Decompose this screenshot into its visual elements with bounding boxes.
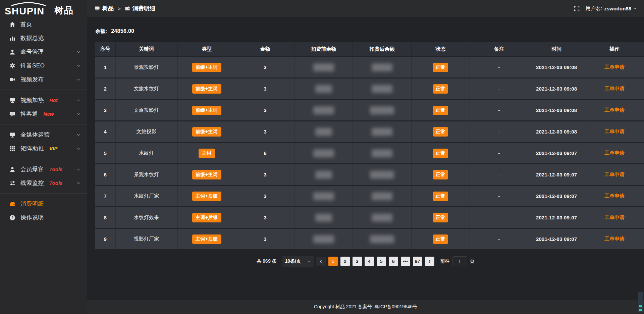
page-button-5[interactable]: 5 [377,257,386,266]
cell-type: 主词+后缀 [178,186,236,207]
cell-time: 2021-12-03 09:08 [528,121,585,143]
cell-amount: 6 [236,143,294,164]
page-button-97[interactable]: 97 [413,257,422,266]
cell-keyword: 文旅投影 [116,121,178,143]
page-button-3[interactable]: 3 [353,257,362,266]
cell-balance-after [353,207,411,229]
cell-status: 正常 [412,186,470,207]
sidebar-item-member-baoke[interactable]: 会员爆客Tools [0,162,87,176]
cell-keyword: 景观水纹灯 [116,164,178,186]
cell-keyword: 水纹灯效果 [116,207,178,229]
monitor-small-icon [95,6,100,11]
cell-type: 前缀+主词 [178,121,236,143]
cell-balance-before [294,143,353,164]
copyright-text: Copyright 树品 2021 备案号: 粤ICP备09019646号 [314,304,417,310]
app-logo[interactable]: SHUPIN 树品 [0,0,87,17]
sidebar-item-video-heat[interactable]: 视频加热Hot [0,93,87,107]
ellipsis-button[interactable]: ••• [401,257,410,266]
chevron-down-icon [633,7,637,10]
cell-note: - [470,186,528,207]
column-header-7: 备注 [470,42,528,57]
user-menu[interactable]: 用户名: zswodun88 [586,5,637,12]
page-size-select[interactable]: 10条/页 [282,256,314,267]
floating-widget[interactable] [638,292,643,312]
sidebar-item-account-manage[interactable]: 账号管理 [0,45,87,59]
next-page-button[interactable]: › [425,257,434,266]
page-button-4[interactable]: 4 [365,257,374,266]
table-row: 7水纹灯厂家主词+后缀3正常-2021-12-03 09:07工单申请 [95,186,644,207]
user-label: 用户名: [586,5,602,12]
cell-action: 工单申请 [585,57,644,78]
work-order-link[interactable]: 工单申请 [604,193,625,199]
consumption-table: 序号关键词类型金额扣费前余额扣费后余额状态备注时间操作 1景观投影灯前缀+主词3… [95,42,644,250]
work-order-link[interactable]: 工单申请 [604,128,625,134]
cell-balance-after [353,78,411,100]
page-button-2[interactable]: 2 [340,257,350,266]
work-order-link[interactable]: 工单申请 [604,236,625,242]
breadcrumb: 树品 > 消费明细 [95,5,155,12]
status-badge: 正常 [433,213,448,222]
chevron-down-icon [76,98,80,102]
cell-amount: 3 [236,121,294,143]
breadcrumb-item-consumption[interactable]: 消费明细 [125,5,155,12]
column-header-4: 扣费前余额 [294,42,353,57]
masked-value [315,85,332,93]
cell-index: 9 [95,229,116,250]
breadcrumb-item-shupin[interactable]: 树品 [95,5,114,12]
goto-page-input[interactable] [452,256,467,266]
cell-status: 正常 [412,78,470,100]
masked-value [372,128,392,136]
chevron-down-icon [76,181,80,185]
page-button-1[interactable]: 1 [328,257,338,266]
cell-time: 2021-12-03 09:08 [528,57,585,78]
sidebar-item-douyin-seo[interactable]: 抖音SEO [0,59,87,72]
masked-value [372,214,392,222]
sidebar-item-instructions[interactable]: ?操作说明 [0,211,87,224]
table-row: 5水纹灯主词6正常-2021-12-03 09:07工单申请 [95,143,644,164]
sidebar-item-douketong[interactable]: 抖客通New [0,107,87,121]
work-order-link[interactable]: 工单申请 [604,107,625,113]
type-badge: 前缀+主词 [192,84,221,94]
work-order-link[interactable]: 工单申请 [604,150,625,156]
user-icon [9,166,15,172]
total-count: 共 969 条 [257,258,276,264]
cell-note: - [470,57,528,78]
fullscreen-icon[interactable] [574,6,580,11]
cell-keyword: 水纹灯厂家 [116,186,178,207]
user-name: zswodun88 [604,6,631,11]
cell-balance-after [353,121,411,143]
cell-status: 正常 [412,207,470,229]
logo-text-cn: 树品 [54,6,74,16]
cell-action: 工单申请 [585,164,644,186]
masked-value [370,106,394,114]
cell-status: 正常 [412,121,470,143]
sidebar-item-label: 矩阵助推 [20,145,44,152]
chat-icon [9,111,15,117]
chevron-down-icon [76,64,80,68]
sidebar-item-consumption-detail[interactable]: 消费明细 [0,197,87,211]
status-badge: 正常 [433,234,448,244]
balance: 余额: 24856.00 [95,28,636,35]
sidebar-item-matrix-boost[interactable]: 矩阵助推VIP [0,142,87,155]
cell-type: 前缀+主词 [178,57,236,78]
page-button-6[interactable]: 6 [389,257,398,266]
work-order-link[interactable]: 工单申请 [604,214,625,220]
cell-index: 2 [95,78,116,100]
sidebar-item-data-overview[interactable]: 数据总览 [0,31,87,45]
work-order-link[interactable]: 工单申请 [604,171,625,177]
work-order-link[interactable]: 工单申请 [604,64,625,70]
work-order-link[interactable]: 工单申请 [604,86,625,91]
sidebar-item-home[interactable]: 首页 [0,17,87,31]
sidebar-item-video-publish[interactable]: 视频发布 [0,72,87,86]
cell-action: 工单申请 [585,121,644,143]
cell-amount: 3 [236,164,294,186]
sidebar-item-media-operation[interactable]: 全媒体运营 [0,128,87,142]
prev-page-button[interactable]: ‹ [316,257,326,266]
column-header-5: 扣费后余额 [353,42,411,57]
status-badge: 正常 [433,127,448,137]
cell-action: 工单申请 [585,78,644,100]
cell-type: 前缀+主词 [178,78,236,100]
display-icon [9,97,15,103]
bar-chart-icon [9,35,15,41]
sidebar-item-clue-monitor[interactable]: 线索监控Tools [0,176,87,190]
